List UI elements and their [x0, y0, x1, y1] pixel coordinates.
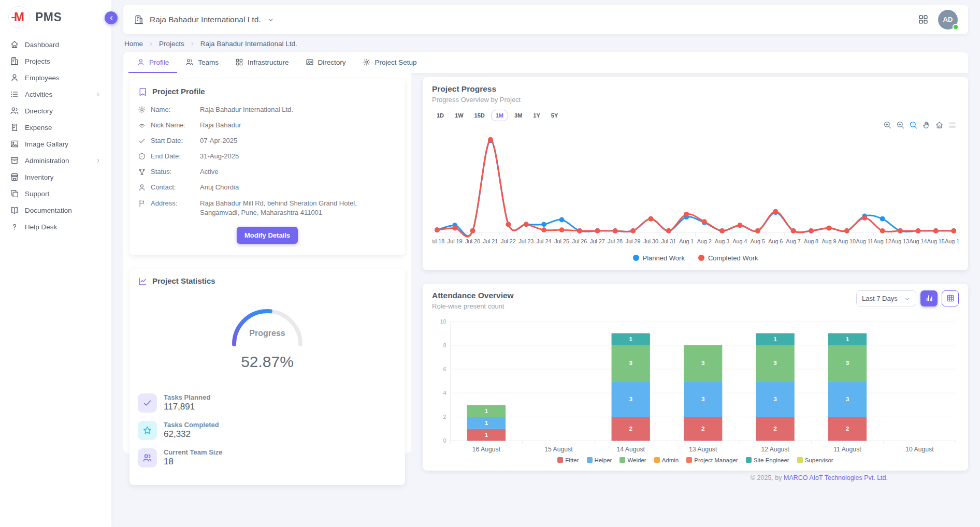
- tab-project-setup[interactable]: Project Setup: [354, 52, 425, 73]
- svg-text:2: 2: [443, 414, 446, 420]
- attendance-range-value: Last 7 Days: [862, 295, 898, 302]
- field-value: Raja Bahadur International Ltd.: [200, 105, 397, 114]
- tab-teams[interactable]: Teams: [177, 52, 227, 73]
- sidebar-item-label: Inventory: [25, 173, 54, 181]
- legend-site-engineer[interactable]: Site Engineer: [746, 457, 789, 463]
- svg-text:4: 4: [443, 390, 446, 396]
- tab-profile[interactable]: Profile: [128, 52, 177, 73]
- table-icon: [946, 294, 955, 302]
- svg-text:11 August: 11 August: [833, 446, 861, 453]
- stat-icon-tile: [138, 421, 157, 440]
- field-label: Start Date:: [151, 136, 195, 145]
- stat-icon-tile: [138, 448, 157, 467]
- legend-welder[interactable]: Welder: [619, 457, 646, 463]
- archive-icon: [10, 156, 19, 165]
- project-progress-subtitle: Progress Overview by Project: [432, 96, 959, 104]
- apps-grid-icon[interactable]: [918, 14, 929, 25]
- profile-field-name-: Name:Raja Bahadur International Ltd.: [138, 105, 397, 114]
- svg-text:Aug 4: Aug 4: [732, 238, 747, 244]
- svg-text:1: 1: [629, 335, 632, 342]
- sidebar-item-documentation[interactable]: Documentation: [5, 202, 106, 218]
- progress-percent: 52.87%: [138, 353, 397, 371]
- range-15d-button[interactable]: 15D: [470, 110, 489, 121]
- svg-text:10: 10: [440, 318, 446, 324]
- svg-text:Jul 24: Jul 24: [537, 238, 552, 244]
- image-icon: [10, 139, 19, 149]
- svg-text:Aug 9: Aug 9: [822, 238, 836, 244]
- book-icon: [10, 206, 19, 215]
- selection-zoom-icon[interactable]: [909, 121, 918, 129]
- footer-company-link[interactable]: MARCO AIoT Technologies Pvt. Ltd.: [784, 474, 888, 481]
- menu-icon[interactable]: [948, 121, 957, 129]
- chevron-right-icon: [189, 40, 196, 47]
- range-1y-button[interactable]: 1Y: [528, 110, 544, 121]
- svg-text:Aug 14: Aug 14: [909, 238, 927, 244]
- company-switcher[interactable]: Raja Bahadur International Ltd.: [134, 14, 275, 25]
- range-1d-button[interactable]: 1D: [432, 110, 449, 121]
- tab-directory[interactable]: Directory: [297, 52, 354, 73]
- user-icon: [137, 58, 145, 66]
- legend-label: Site Engineer: [754, 457, 789, 463]
- sidebar-item-support[interactable]: Support: [5, 185, 106, 202]
- sidebar-item-projects[interactable]: Projects: [5, 53, 106, 69]
- svg-text:Jul 30: Jul 30: [643, 238, 658, 244]
- sidebar-item-dashboard[interactable]: Dashboard: [5, 36, 106, 53]
- tab-infrastructure[interactable]: Infrastructure: [227, 52, 297, 73]
- user-avatar[interactable]: AD: [938, 10, 958, 30]
- sidebar-item-activities[interactable]: Activities: [5, 86, 106, 103]
- gauge-progress-arc: [234, 311, 300, 344]
- hand-icon[interactable]: [922, 121, 931, 129]
- zout-icon[interactable]: [896, 121, 905, 129]
- svg-text:3: 3: [773, 395, 777, 402]
- profile-field-status-: Status:Active: [138, 167, 397, 177]
- breadcrumb: HomeProjectsRaja Bahadur International L…: [123, 34, 968, 52]
- series-planned-work-line: [437, 140, 954, 236]
- check-icon: [142, 398, 152, 408]
- sidebar-item-inventory[interactable]: Inventory: [5, 169, 106, 185]
- chevl-icon: [108, 14, 115, 22]
- modify-details-button[interactable]: Modify Details: [237, 227, 298, 244]
- sidebar-item-administration[interactable]: Administration: [5, 152, 106, 169]
- sidebar-item-label: Image Gallary: [25, 140, 68, 148]
- legend-supervisor[interactable]: Supervisor: [797, 457, 833, 463]
- app-logo[interactable]: M PMS: [0, 0, 111, 35]
- store-icon: [10, 172, 19, 182]
- table-view-toggle-button[interactable]: [942, 290, 959, 306]
- chart-view-toggle-button[interactable]: [920, 290, 938, 306]
- legend-admin[interactable]: Admin: [654, 457, 679, 463]
- sidebar-item-label: Activities: [25, 91, 52, 98]
- range-5y-button[interactable]: 5Y: [546, 110, 563, 121]
- svg-text:10 August: 10 August: [905, 446, 934, 453]
- breadcrumb-item-raja-bahadur-international-ltd-: Raja Bahadur International Ltd.: [200, 40, 297, 48]
- legend-project-manager[interactable]: Project Manager: [686, 457, 738, 463]
- sidebar-item-image-gallary[interactable]: Image Gallary: [5, 136, 106, 152]
- range-1w-button[interactable]: 1W: [450, 110, 468, 121]
- range-3m-button[interactable]: 3M: [510, 110, 527, 121]
- breadcrumb-item-projects[interactable]: Projects: [159, 40, 184, 48]
- home-icon[interactable]: [935, 121, 944, 129]
- tab-label: Teams: [198, 58, 219, 66]
- sidebar: M PMS DashboardProjectsEmployeesActiviti…: [0, 0, 111, 527]
- zin-icon[interactable]: [883, 121, 892, 129]
- sidebar-collapse-button[interactable]: [105, 11, 118, 24]
- svg-text:3: 3: [701, 359, 705, 366]
- sidebar-item-expense[interactable]: Expense: [5, 119, 106, 136]
- svg-text:Aug 5: Aug 5: [751, 238, 765, 244]
- legend-swatch-icon: [619, 457, 625, 463]
- attendance-range-select[interactable]: Last 7 Days: [856, 290, 916, 306]
- stat-value: 62,332: [164, 429, 219, 440]
- sidebar-item-employees[interactable]: Employees: [5, 69, 106, 86]
- svg-text:Jul 21: Jul 21: [483, 238, 498, 244]
- legend-planned-work[interactable]: Planned Work: [633, 254, 685, 262]
- legend-fitter[interactable]: Fitter: [557, 457, 579, 463]
- apps-grid-button[interactable]: [918, 14, 929, 25]
- sidebar-item-help-desk[interactable]: Help Desk: [5, 218, 106, 235]
- building-icon: [134, 14, 144, 25]
- sidebar-item-directory[interactable]: Directory: [5, 103, 106, 119]
- legend-completed-work[interactable]: Completed Work: [698, 254, 758, 262]
- svg-text:2: 2: [629, 425, 632, 432]
- range-1m-button[interactable]: 1M: [491, 110, 508, 121]
- legend-helper[interactable]: Helper: [587, 457, 612, 463]
- breadcrumb-item-home[interactable]: Home: [124, 40, 143, 48]
- sidebar-item-label: Employees: [25, 74, 60, 82]
